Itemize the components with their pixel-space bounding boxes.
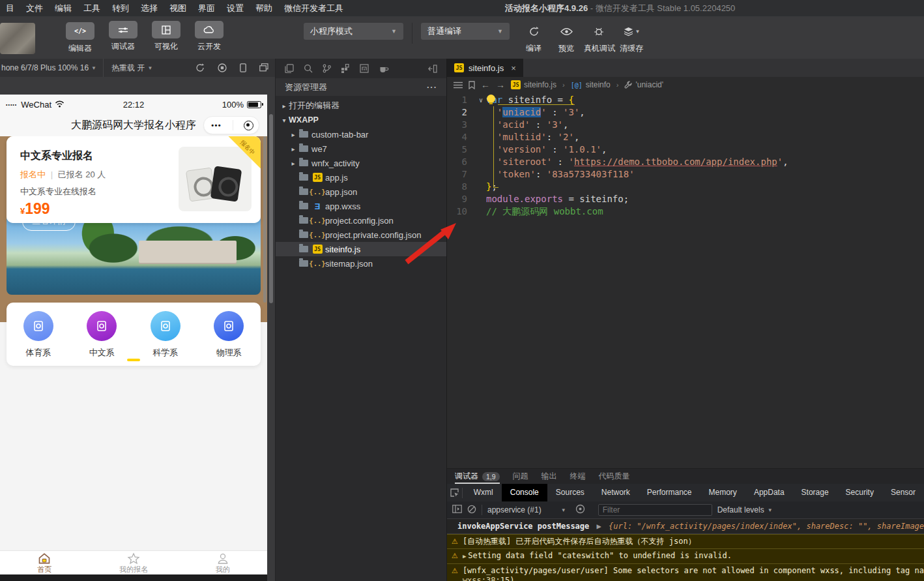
breadcrumb-symbol[interactable]: [@] siteinfo	[571, 80, 611, 89]
collapse-sidebar-icon[interactable]	[428, 65, 437, 73]
toolbar-action-button[interactable]: ▼ 真机调试	[584, 23, 614, 54]
bookmark-icon[interactable]	[469, 81, 475, 89]
multi-window-icon[interactable]	[259, 63, 268, 72]
compile-mode-select[interactable]: 普通编译 ▼	[421, 23, 510, 40]
device-frame-icon[interactable]	[240, 63, 246, 72]
activity-card[interactable]: 中文系专业报名 报名中 | 已报名 20 人 中文系专业在线报名 ¥199	[7, 136, 261, 223]
close-icon[interactable]: ×	[511, 63, 516, 73]
devtools-tab[interactable]: Wxml	[465, 484, 502, 501]
menu-item[interactable]: 微信开发者工具	[278, 0, 349, 16]
restart-icon[interactable]	[195, 63, 205, 72]
tea-icon[interactable]	[379, 65, 389, 73]
tree-row[interactable]: ▸ JS {..} Ǝ we7	[276, 142, 446, 156]
devtools-tab[interactable]: Console	[502, 484, 547, 501]
tree-row[interactable]: JS {..} Ǝ project.private.config.json	[276, 228, 446, 242]
toolbar-action-button[interactable]: ▼ 预览	[551, 23, 581, 54]
fold-icon[interactable]	[476, 106, 486, 119]
debug-panel-tab[interactable]: 代码质量	[599, 469, 630, 484]
menu-item[interactable]: 设置	[221, 0, 250, 16]
menu-item[interactable]: 帮助	[250, 0, 278, 16]
category-item[interactable]: 科学系	[142, 311, 189, 366]
menu-item[interactable]: 界面	[192, 0, 221, 16]
fold-icon[interactable]	[476, 193, 486, 205]
toolbar-action-button[interactable]: ▼ 清缓存	[616, 23, 646, 54]
log-levels-select[interactable]: Default levels ▼	[717, 505, 773, 514]
menu-item[interactable]: 文件	[20, 0, 49, 16]
record-icon[interactable]	[218, 63, 227, 72]
breadcrumb-file[interactable]: JS siteinfo.js	[511, 80, 556, 89]
breadcrumb-member[interactable]: 'uniacid'	[624, 80, 663, 89]
menu-item[interactable]: 工具	[78, 0, 106, 16]
devtools-tab[interactable]: AppData	[745, 484, 793, 501]
debug-panel-tab[interactable]: 调试器 1,9	[455, 469, 500, 484]
devtools-tab[interactable]: Performance	[639, 484, 700, 501]
more-menu-button[interactable]: •••	[209, 121, 222, 129]
outline-icon[interactable]	[454, 82, 463, 89]
devtools-tab[interactable]: Sources	[547, 484, 593, 501]
debug-panel-tab[interactable]: 终端	[570, 469, 586, 484]
fold-icon[interactable]	[476, 205, 486, 218]
tab-bar-item[interactable]: 我的报名	[89, 551, 179, 574]
npm-icon[interactable]	[360, 64, 369, 73]
console-log-row[interactable]: invokeAppService postMessage ▶ {url: "/w…	[447, 519, 924, 534]
sidebar-toggle-icon[interactable]	[452, 505, 462, 515]
menu-item[interactable]: 目	[0, 0, 20, 16]
tree-row[interactable]: JS {..} Ǝ siteinfo.js	[276, 242, 446, 256]
more-actions-icon[interactable]: ···	[427, 82, 437, 92]
devtools-tab[interactable]: Security	[837, 484, 882, 501]
hot-reload-toggle[interactable]: 热重载 开	[111, 63, 145, 74]
forward-icon[interactable]: →	[496, 80, 505, 90]
mode-select[interactable]: 小程序模式 ▼	[304, 23, 403, 40]
menu-item[interactable]: 编辑	[49, 0, 78, 16]
category-item[interactable]: 物理系	[205, 311, 252, 366]
menu-item[interactable]: 转到	[106, 0, 135, 16]
tab-bar-item[interactable]: 我的	[178, 551, 267, 574]
tree-row[interactable]: JS {..} Ǝ app.json	[276, 185, 446, 199]
code-editor[interactable]: 1 ∨ var siteinfo = { 2 'uniacid' : '3',	[447, 93, 924, 468]
editor-tab[interactable]: JS siteinfo.js ×	[447, 59, 523, 77]
fold-icon[interactable]	[476, 181, 486, 193]
menu-item[interactable]: 选择	[135, 0, 164, 16]
tree-row[interactable]: ▸ JS {..} Ǝ 打开的编辑器	[276, 98, 446, 113]
tree-row[interactable]: JS {..} Ǝ project.config.json	[276, 213, 446, 228]
search-icon[interactable]	[304, 64, 313, 73]
fold-icon[interactable]	[476, 119, 486, 131]
console-warning-row[interactable]: ⚠ [wnfx_activity/pages/user/user] Some s…	[447, 563, 924, 581]
tree-row[interactable]: JS {..} Ǝ app.wxss	[276, 199, 446, 213]
close-mini-program-button[interactable]	[244, 121, 253, 130]
devtools-tab[interactable]: Storage	[793, 484, 837, 501]
toolbar-action-button[interactable]: ▼ 编译	[519, 23, 549, 54]
tree-row[interactable]: ▸ JS {..} Ǝ wnfx_activity	[276, 156, 446, 170]
tree-row[interactable]: JS {..} Ǝ app.js	[276, 170, 446, 185]
device-selector[interactable]: hone 6/7/8 Plus 100% 16	[0, 63, 89, 72]
devtools-tab[interactable]: Sensor	[882, 484, 924, 501]
back-icon[interactable]: ←	[481, 80, 490, 90]
tree-row[interactable]: ▾ JS {..} Ǝ WXAPP	[276, 113, 446, 127]
console-warning-row[interactable]: ⚠ ▶Setting data field "cateswitch" to un…	[447, 548, 924, 563]
eye-icon[interactable]	[575, 504, 585, 516]
tree-row[interactable]: JS {..} Ǝ sitemap.json	[276, 256, 446, 271]
view-toggle-button[interactable]: </> 调试器	[107, 21, 139, 55]
debug-panel-tab[interactable]: 输出	[541, 469, 557, 484]
view-toggle-button[interactable]: </> 可视化	[150, 21, 182, 55]
expand-caret-icon[interactable]: ▶	[463, 553, 466, 559]
files-icon[interactable]	[285, 64, 294, 73]
view-toggle-button[interactable]: </> 云开发	[193, 21, 225, 55]
fold-icon[interactable]	[476, 143, 486, 156]
console-warning-row[interactable]: ⚠ [自动热重载] 已开启代码文件保存后自动热重载（不支持 json）	[447, 534, 924, 548]
lightbulb-icon[interactable]	[487, 95, 495, 103]
category-item[interactable]: 体育系	[15, 311, 62, 366]
source-link[interactable]: wxss:38	[463, 576, 496, 581]
inspect-element-icon[interactable]	[447, 488, 462, 498]
console-filter-input[interactable]	[598, 504, 712, 516]
view-toggle-button[interactable]: </> 编辑器	[64, 21, 96, 55]
execution-context-select[interactable]: appservice (#1) ▼	[487, 505, 566, 514]
devtools-tab[interactable]: Memory	[700, 484, 745, 501]
tab-bar-item[interactable]: 首页	[0, 551, 89, 574]
expand-caret-icon[interactable]: ▶	[597, 522, 601, 531]
fold-icon[interactable]	[476, 168, 486, 181]
extensions-icon[interactable]	[341, 64, 350, 73]
category-item[interactable]: 中文系	[78, 311, 125, 366]
clear-console-icon[interactable]	[467, 505, 476, 516]
fold-icon[interactable]: ∨	[476, 94, 486, 106]
